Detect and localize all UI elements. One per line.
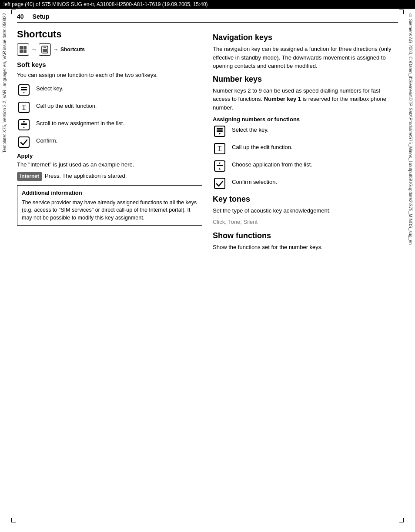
breadcrumb-arrow2: →	[53, 46, 59, 53]
number-keys-body: Number keys 2 to 9 can be used as speed …	[213, 86, 398, 112]
info-box: Additional information The service provi…	[17, 185, 202, 226]
grid-icon-inner	[20, 46, 27, 53]
confirm-icon	[17, 135, 31, 149]
phone-icon	[39, 43, 51, 56]
assign-edit-svg	[214, 143, 226, 155]
shortcuts-title: Shortcuts	[17, 29, 202, 40]
internet-row: Internet Press. The application is start…	[17, 172, 202, 181]
select-key-icon	[17, 83, 31, 97]
svg-rect-10	[19, 137, 29, 147]
assign-choose-svg	[214, 160, 226, 172]
icon-list-item-3: Scroll to new assignment in the list.	[17, 118, 202, 132]
icon-list-item-1: Select key.	[17, 83, 202, 97]
two-col-layout: Shortcuts →	[17, 29, 398, 255]
icon-list-item-2-text: Call up the edit function.	[36, 100, 97, 110]
grid-cell-2	[23, 46, 27, 50]
top-bar: left page (40) of S75 MINOS SUG en-tr, A…	[0, 0, 415, 9]
svg-rect-4	[21, 87, 27, 88]
info-box-title: Additional information	[22, 189, 197, 197]
apply-text: The "Internet" is just used as an exampl…	[17, 161, 202, 169]
show-functions-body: Show the functions set for the number ke…	[213, 243, 398, 252]
internet-text: Press. The application is started.	[45, 172, 127, 180]
assign-icon-item-4-text: Confirm selection.	[232, 176, 277, 186]
svg-rect-12	[217, 128, 223, 130]
assign-confirm-svg	[214, 177, 226, 190]
assigning-title: Assigning numbers or functions	[213, 116, 398, 123]
softkeys-icon-list: Select key. Call up the edit function.	[17, 83, 202, 149]
icon-list-item-2: Call up the edit function.	[17, 100, 202, 114]
page-section: Setup	[33, 13, 50, 20]
svg-rect-9	[21, 123, 27, 125]
svg-rect-13	[217, 130, 223, 132]
col-left: Shortcuts →	[17, 29, 202, 255]
number-key-1-bold: Number key 1	[264, 96, 301, 102]
page-number: 40	[17, 13, 24, 20]
key-tones-title: Key tones	[213, 195, 398, 204]
icon-list-item-4: Confirm.	[17, 135, 202, 149]
edit-function-icon	[17, 100, 31, 114]
assign-icon-item-1: Select the key.	[213, 124, 398, 138]
softkeys-body: You can assign one function to each of t…	[17, 71, 202, 80]
icon-list-item-3-text: Scroll to new assignment in the list.	[36, 118, 124, 127]
icon-list-item-1-text: Select key.	[36, 83, 64, 93]
right-sidebar-text: © Siemens AG 2003, C:\Daten_it\Siemens\D…	[408, 13, 413, 246]
confirm-svg	[18, 136, 30, 148]
assign-icon-item-1-text: Select the key.	[232, 124, 268, 134]
left-sidebar-text: Template: X75, Version 2.2, VAR Language…	[2, 13, 7, 153]
page-header: 40 Setup	[17, 13, 398, 23]
assign-icon-item-2: Call up the edit function.	[213, 142, 398, 156]
icon-list-item-4-text: Confirm.	[36, 135, 57, 145]
assign-confirm-icon	[213, 176, 227, 190]
nav-keys-body: The navigation key can be assigned a fun…	[213, 45, 398, 70]
assign-select-icon	[213, 124, 227, 138]
key-tones-options: Click, Tone, Silent	[213, 219, 398, 225]
svg-rect-5	[21, 89, 27, 90]
breadcrumb-arrow1: →	[31, 46, 37, 53]
top-bar-text: left page (40) of S75 MINOS SUG en-tr, A…	[3, 1, 208, 7]
svg-rect-2	[43, 49, 47, 52]
assign-edit-icon	[213, 142, 227, 156]
info-box-text: The service provider may have already as…	[22, 199, 197, 222]
breadcrumb-row: → → Shortcuts	[17, 43, 202, 56]
nav-keys-title: Navigation keys	[213, 33, 398, 42]
grid-cell-3	[20, 50, 23, 53]
scroll-svg	[18, 119, 30, 131]
assign-icon-item-3-text: Choose application from the list.	[232, 159, 312, 169]
scroll-icon	[17, 118, 31, 132]
grid-icon	[17, 43, 29, 56]
assigning-icon-list: Select the key. Call up the edit functio…	[213, 124, 398, 190]
svg-rect-17	[217, 165, 223, 166]
assign-choose-icon	[213, 159, 227, 173]
number-keys-title: Number keys	[213, 75, 398, 84]
assign-select-svg	[214, 125, 226, 137]
softkeys-title: Soft keys	[17, 61, 202, 68]
grid-cell-4	[23, 50, 27, 53]
show-functions-title: Show functions	[213, 231, 398, 240]
phone-svg	[41, 46, 49, 53]
right-sidebar: © Siemens AG 2003, C:\Daten_it\Siemens\D…	[405, 9, 415, 523]
key-tones-body: Set the type of acoustic key acknowledge…	[213, 206, 398, 215]
left-sidebar: Template: X75, Version 2.2, VAR Language…	[0, 9, 10, 523]
col-right: Navigation keys The navigation key can b…	[213, 29, 398, 255]
svg-rect-18	[214, 178, 225, 189]
edit-function-svg	[18, 101, 30, 113]
apply-label: Apply	[17, 153, 202, 159]
breadcrumb-label: Shortcuts	[60, 47, 85, 53]
select-key-svg	[18, 84, 30, 96]
main-content: 40 Setup Shortcuts →	[10, 9, 405, 523]
assign-icon-item-3: Choose application from the list.	[213, 159, 398, 173]
assign-icon-item-2-text: Call up the edit function.	[232, 142, 292, 151]
assign-icon-item-4: Confirm selection.	[213, 176, 398, 190]
grid-cell-1	[20, 46, 23, 50]
internet-button: Internet	[17, 172, 42, 181]
